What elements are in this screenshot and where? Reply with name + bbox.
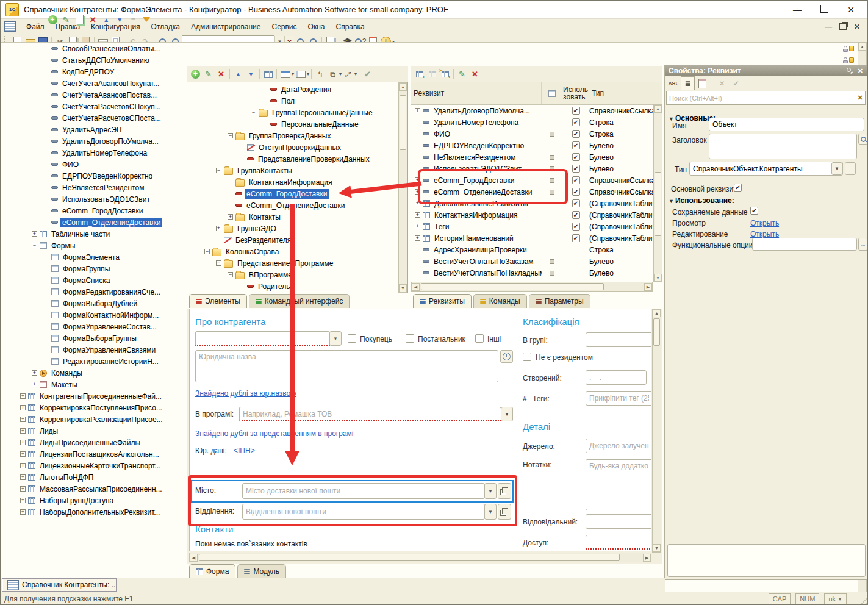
expander-icon[interactable]: + (20, 474, 26, 480)
tree-item[interactable]: −КолонкаСправа (187, 246, 407, 257)
filter-button[interactable] (140, 13, 153, 26)
scroll-up-icon[interactable]: ▲ (399, 83, 407, 91)
expander-icon[interactable]: + (20, 393, 26, 399)
attribute-row[interactable]: АдресХранилищаПроверкиСтрока (411, 244, 662, 256)
duplicates-legal-link[interactable]: Знайдено дублі за юр.назвою (195, 389, 296, 398)
maximize-button[interactable] (819, 5, 830, 15)
attribute-row[interactable]: УдалитьНомерТелефона✔Строка (411, 116, 662, 128)
search-clear-icon[interactable]: ✕ (855, 94, 865, 102)
attribute-row[interactable]: +ИсторияНаименований✔(СправочникТаблич. (411, 232, 662, 244)
move-down-button[interactable]: ▼ (113, 13, 126, 26)
scrollbar-thumb[interactable] (421, 283, 604, 290)
scrollbar-thumb[interactable] (655, 172, 661, 236)
scroll-right-icon[interactable]: ▶ (643, 554, 651, 562)
scroll-left-icon[interactable]: ◀ (190, 554, 198, 562)
layout-mode-button[interactable] (294, 68, 307, 81)
attr-add-table-button[interactable] (426, 68, 439, 81)
expander-icon[interactable]: + (20, 486, 26, 492)
menu-file[interactable]: Файл (21, 21, 50, 33)
expander-icon[interactable]: − (204, 249, 210, 254)
properties-search-input[interactable] (667, 95, 855, 102)
mdi-restore-button[interactable] (839, 23, 847, 30)
language-indicator[interactable]: uk ▼ (824, 593, 847, 605)
element-move-up-button[interactable]: ▲ (232, 68, 245, 81)
expander-icon[interactable]: + (415, 201, 420, 206)
created-input[interactable] (586, 370, 647, 385)
tree-item[interactable]: −ВПрограмме (187, 269, 407, 281)
menu-administration[interactable]: Администрирование (185, 21, 266, 33)
expander-icon[interactable]: + (228, 214, 233, 220)
scroll-up-icon[interactable]: ▲ (653, 309, 661, 317)
history-button[interactable] (500, 350, 513, 363)
expander-icon[interactable]: − (251, 110, 256, 115)
ipn-link[interactable]: <ІПН> (234, 446, 255, 455)
menu-help[interactable]: Справка (330, 21, 370, 33)
attribute-row[interactable]: +Теги✔(СправочникТаблич. (411, 221, 662, 232)
attribute-row[interactable]: +eComm_ГородДоставки✔СправочникСсылка (411, 174, 662, 186)
taskbar-item[interactable]: Справочник Контрагенты: ... (2, 578, 117, 592)
tree-item[interactable]: +ГруппаЭДО (187, 223, 407, 234)
tab-elements[interactable]: Элементы (189, 294, 247, 308)
expander-icon[interactable]: + (32, 382, 37, 387)
menu-windows[interactable]: Окна (303, 21, 331, 33)
type-input[interactable] (689, 162, 843, 176)
use-checkbox[interactable]: ✔ (572, 188, 580, 196)
tree-item[interactable]: СпособРазнесенияОплаты... (1, 43, 858, 54)
caption-textarea[interactable] (709, 134, 857, 159)
functional-options-ellipsis-button[interactable]: ... (858, 238, 868, 251)
expander-icon[interactable]: + (32, 370, 37, 376)
duplicates-program-link[interactable]: Знайдено дублі за представленням в прогр… (195, 429, 353, 438)
notes-textarea[interactable] (586, 459, 651, 510)
expander-icon[interactable]: + (216, 226, 221, 231)
tree-item[interactable]: ПерсональныеДанные (187, 118, 407, 130)
section-usage[interactable]: ▼Использование: (669, 196, 734, 205)
tab-form[interactable]: Форма (189, 564, 235, 578)
tab-commands[interactable]: Команды (473, 294, 527, 308)
stretch-button[interactable]: ⧉ (326, 68, 339, 81)
tree-item[interactable]: ПредставлениеПроверкиДанных (187, 153, 407, 165)
element-add-button[interactable]: + (189, 68, 202, 81)
scroll-down-icon[interactable]: ▼ (399, 284, 407, 292)
preview-monitor-button[interactable] (279, 68, 292, 81)
attribute-row[interactable]: ВестиУчетОплатыПоНакладнымБулево (411, 267, 662, 279)
tree-item[interactable]: +Контакты (187, 211, 407, 223)
wrap-arrow-button[interactable]: ↰ (314, 68, 326, 81)
edit-open-link[interactable]: Открыть (750, 230, 779, 238)
tree-item[interactable]: eComm_ОтделениеДоставки (187, 199, 407, 211)
main-attribute-checkbox[interactable]: ✔ (734, 184, 742, 192)
source-input[interactable] (586, 439, 651, 453)
use-checkbox[interactable]: ✔ (572, 130, 580, 138)
expander-icon[interactable]: − (216, 168, 221, 173)
attribute-row[interactable]: ВестиУчетОплатыПоЗаказамБулево (411, 256, 662, 267)
tab-attributes[interactable]: Реквизиты (413, 294, 472, 308)
panel-close-icon[interactable]: ✕ (858, 67, 863, 75)
supplier-checkbox[interactable] (406, 334, 414, 343)
program-dropdown-button[interactable]: ▼ (501, 407, 513, 421)
use-checkbox[interactable]: ✔ (572, 234, 580, 242)
tree-item[interactable]: КонтактнаяИнформация (187, 176, 407, 188)
element-delete-button[interactable]: ✕ (215, 68, 228, 81)
expander-icon[interactable]: + (20, 451, 26, 457)
scroll-down-icon[interactable]: ▼ (653, 544, 661, 552)
tab-parameters[interactable]: Параметры (529, 294, 590, 308)
name-input[interactable] (709, 118, 864, 131)
attr-add-special-button[interactable]: ➤+ (439, 68, 451, 81)
form-hscrollbar[interactable]: ◀ ▶ (189, 553, 651, 562)
edit-button[interactable]: ✎ (60, 13, 73, 26)
scrollbar-thumb[interactable] (653, 318, 660, 346)
attribute-row[interactable]: НеЯвляетсяРезидентом✔Булево (411, 151, 662, 163)
attributes-hscrollbar[interactable]: ◀ ▶ (411, 282, 653, 292)
legal-name-textarea[interactable] (195, 350, 498, 382)
contractor-combo-input[interactable] (195, 331, 330, 346)
tree-item[interactable]: −ГруппаПроверкаДанных (187, 130, 407, 141)
pin-icon[interactable] (159, 4, 165, 10)
contractor-dropdown-button[interactable]: ▼ (329, 331, 342, 346)
pin-icon[interactable] (847, 68, 853, 74)
expander-icon[interactable]: + (20, 405, 26, 410)
expander-icon[interactable]: + (415, 177, 420, 183)
minimize-button[interactable]: — (792, 5, 803, 15)
resize-dropdown[interactable]: ▾ (354, 71, 357, 77)
tree-item[interactable]: ДатаРождения (187, 84, 407, 95)
expander-icon[interactable]: + (20, 498, 26, 503)
expander-icon[interactable]: + (415, 189, 420, 195)
